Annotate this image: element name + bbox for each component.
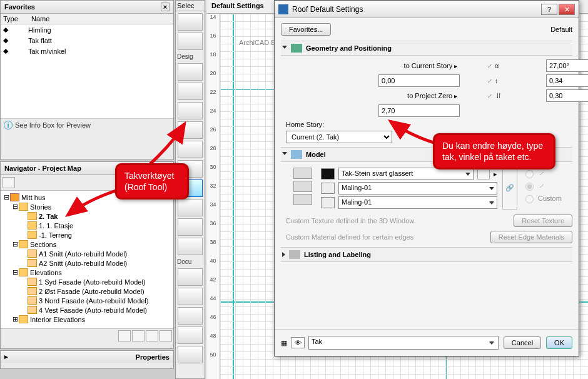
properties-title[interactable]: Properties — [136, 353, 170, 361]
surface-bottom-icon — [293, 194, 312, 205]
tree-elevation[interactable]: 3 Nord Fasade (Auto-rebuild Model) — [3, 296, 171, 305]
marquee-tool[interactable] — [178, 33, 203, 50]
to-zero-label: to Project Zero ▸ — [378, 92, 460, 99]
surface-side-icon — [293, 181, 312, 192]
listing-icon — [289, 250, 300, 259]
angle-input[interactable] — [546, 59, 588, 72]
window-tool[interactable] — [178, 102, 203, 119]
label-tool[interactable] — [178, 307, 203, 325]
beam-tool[interactable] — [178, 141, 203, 158]
nav-bb[interactable] — [146, 330, 158, 341]
reset-edge-button[interactable]: Reset Edge Materials — [490, 231, 572, 243]
fav-item[interactable]: ◆Tak m/vinkel — [1, 46, 173, 56]
tree-elevation[interactable]: 2 Øst Fasade (Auto-rebuild Model) — [3, 286, 171, 296]
mat-side-select[interactable]: Maling-01 — [338, 182, 497, 195]
ok-button[interactable]: OK — [546, 336, 572, 349]
navigator-title: Navigator - Project Map — [4, 164, 81, 172]
nav-bb[interactable] — [132, 330, 144, 341]
door-tool[interactable] — [178, 83, 203, 100]
info-note: See Info Box for Preview — [15, 121, 91, 129]
help-button[interactable]: ? — [541, 4, 557, 15]
note-texture: Custom Texture defined in the 3D Window. — [286, 217, 416, 225]
dim-tool[interactable] — [178, 268, 203, 286]
tree-story[interactable]: 2. Tak — [3, 211, 171, 221]
mesh-tool[interactable] — [178, 218, 203, 236]
nav-bb[interactable] — [118, 330, 131, 341]
toolbox-title: Selec — [177, 2, 195, 9]
fav-item[interactable]: ◆Himling — [1, 24, 173, 35]
tree-elevations[interactable]: ⊟Elevations — [3, 268, 171, 277]
fav-item[interactable]: ◆Tak flatt — [1, 35, 173, 46]
dialog-title: Roof Default Settings — [292, 5, 363, 14]
app-icon — [278, 4, 288, 14]
tree-stories[interactable]: ⊟Stories — [3, 202, 171, 211]
tree-story[interactable]: -1. Terreng — [3, 230, 171, 240]
line-tool[interactable] — [178, 346, 203, 363]
project-zero-input[interactable] — [378, 104, 460, 117]
mat-swatch — [321, 168, 335, 179]
nav-tb-btn[interactable] — [3, 177, 15, 188]
tree-story[interactable]: 1. 1. Etasje — [3, 221, 171, 230]
mat-swatch — [321, 183, 335, 194]
object-tool[interactable] — [178, 238, 203, 255]
hatch-btn[interactable] — [477, 168, 490, 179]
info-icon: i — [4, 121, 13, 129]
surface-top-icon — [293, 168, 312, 179]
section-geometry[interactable]: Geometry and Positioning — [281, 41, 572, 56]
tree-sections[interactable]: ⊟Sections — [3, 240, 171, 249]
wall-tool[interactable] — [178, 63, 203, 81]
mat-bottom-select[interactable]: Maling-01 — [338, 196, 497, 209]
home-story-select[interactable]: Current (2. Tak) — [286, 131, 392, 143]
edge-option-1[interactable]: ⟋ — [522, 168, 572, 178]
tree-section[interactable]: A2 Snitt (Auto-rebuild Model) — [3, 258, 171, 268]
favorites-button[interactable]: Favorites... — [281, 23, 331, 36]
fill-tool[interactable] — [178, 326, 203, 344]
stair-tool[interactable] — [178, 199, 203, 216]
layer-icon: ▦ — [281, 339, 287, 347]
link-materials[interactable]: 🔗 — [502, 166, 517, 210]
layer-select[interactable]: Tak — [308, 336, 499, 350]
vertical-ruler: 14161820222426283032343638404244464850 — [206, 14, 220, 379]
mat-swatch — [321, 197, 335, 208]
tree-section[interactable]: A1 Snitt (Auto-rebuild Model) — [3, 249, 171, 258]
geometry-icon — [291, 44, 302, 53]
note-material: Custom Material defined for certain edge… — [286, 233, 413, 241]
document-group: Docu — [176, 257, 205, 266]
default-label: Default — [550, 26, 572, 33]
arrow-tool[interactable] — [178, 13, 203, 31]
home-story-label: Home Story: — [286, 121, 324, 128]
thickness-input[interactable] — [546, 89, 588, 102]
favorites-title: Favorites — [4, 3, 35, 11]
close-button[interactable]: ✕ — [559, 4, 575, 15]
design-group: Desig — [176, 52, 205, 61]
column-tool[interactable] — [178, 121, 203, 139]
tree-interior[interactable]: ⊞Interior Elevations — [3, 315, 171, 324]
edge-custom[interactable]: Custom — [522, 193, 572, 203]
rise-input[interactable] — [546, 74, 588, 87]
fav-col-name[interactable]: Name — [31, 15, 171, 23]
nav-bb[interactable] — [160, 330, 172, 341]
callout-height: Du kan endre høyde, type tak, vinkel på … — [433, 133, 555, 169]
current-story-input[interactable] — [378, 74, 460, 87]
layer-visibility[interactable]: 👁 — [291, 337, 305, 348]
cancel-button[interactable]: Cancel — [504, 336, 541, 349]
edge-option-2[interactable]: ⟋ — [522, 181, 572, 191]
tree-elevation[interactable]: 1 Syd Fasade (Auto-rebuild Model) — [3, 277, 171, 286]
model-icon — [291, 150, 302, 159]
section-listing[interactable]: Listing and Labeling — [281, 247, 572, 262]
favorites-close[interactable]: × — [161, 3, 170, 11]
text-tool[interactable] — [178, 288, 203, 305]
fav-col-type[interactable]: Type — [3, 15, 31, 23]
callout-roof-tool: Takverktøyet(Roof Tool) — [115, 163, 189, 200]
reset-texture-button[interactable]: Reset Texture — [514, 215, 572, 227]
tree-elevation[interactable]: 4 Vest Fasade (Auto-rebuild Model) — [3, 305, 171, 315]
to-current-label: to Current Story ▸ — [378, 62, 460, 69]
